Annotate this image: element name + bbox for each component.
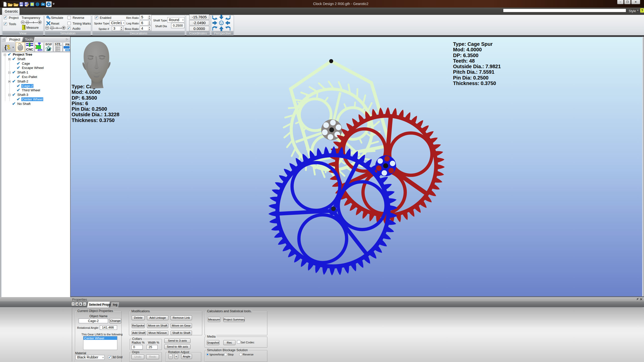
svg-text:STL: STL (55, 43, 61, 46)
svg-text:PR: PR (65, 43, 70, 46)
svg-text:4th: 4th (37, 48, 42, 52)
svg-text:DXF: DXF (45, 43, 52, 46)
svg-text:{: { (5, 44, 7, 50)
